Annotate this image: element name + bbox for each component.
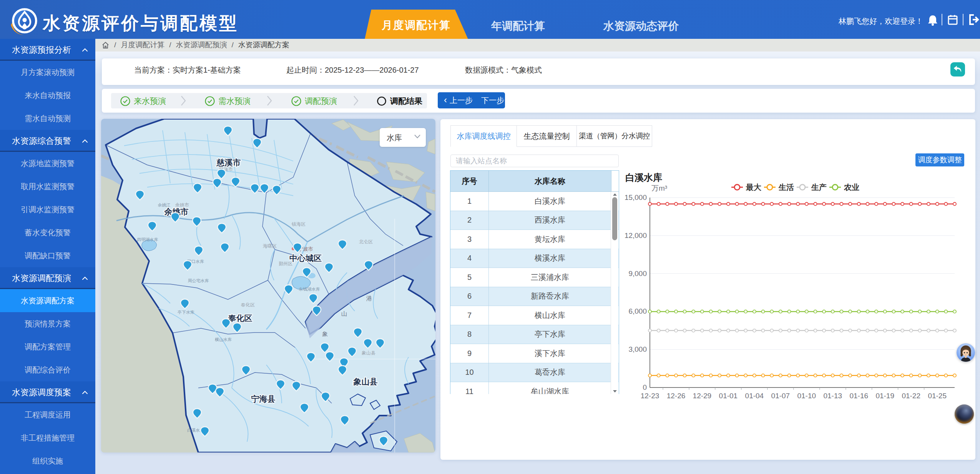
svg-text:01-04: 01-04: [745, 392, 764, 400]
svg-text:中心城区: 中心城区: [289, 254, 322, 263]
svg-text:象: 象: [322, 331, 328, 337]
svg-text:港: 港: [366, 295, 372, 301]
svg-text:01-01: 01-01: [719, 392, 738, 400]
svg-text:横山水库: 横山水库: [215, 337, 232, 342]
svg-text:山: 山: [341, 310, 347, 317]
svg-text:9,000: 9,000: [628, 269, 647, 278]
svg-text:余姚市: 余姚市: [175, 202, 189, 208]
svg-text:01-16: 01-16: [849, 392, 868, 400]
svg-text:奉化区: 奉化区: [241, 302, 255, 308]
svg-text:生产: 生产: [811, 183, 827, 191]
svg-text:象山县: 象山县: [362, 350, 375, 356]
svg-text:四明湖水库: 四明湖水库: [137, 237, 158, 242]
svg-text:镇海区: 镇海区: [291, 221, 306, 227]
svg-text:海曙区: 海曙区: [263, 243, 277, 249]
svg-text:12-23: 12-23: [641, 392, 659, 400]
svg-text:01-19: 01-19: [875, 392, 894, 400]
svg-text:余姚江: 余姚江: [158, 203, 171, 207]
svg-text:15,000: 15,000: [625, 193, 647, 201]
svg-text:01-07: 01-07: [771, 392, 790, 400]
svg-text:6,000: 6,000: [628, 307, 647, 315]
svg-text:宁海县: 宁海县: [251, 394, 276, 403]
svg-text:3,000: 3,000: [628, 345, 647, 353]
svg-text:北仑区: 北仑区: [359, 239, 373, 244]
svg-text:01-13: 01-13: [823, 392, 842, 400]
svg-text:奉化区: 奉化区: [228, 314, 252, 323]
svg-text:亭下水库: 亭下水库: [178, 310, 194, 314]
svg-text:12-29: 12-29: [693, 392, 712, 400]
svg-text:农业: 农业: [844, 183, 859, 191]
svg-text:01-10: 01-10: [797, 392, 816, 400]
svg-text:万m³: 万m³: [651, 184, 667, 192]
svg-text:周公宅水库: 周公宅水库: [188, 278, 209, 283]
svg-text:12-26: 12-26: [667, 392, 686, 400]
svg-text:0: 0: [643, 383, 647, 391]
svg-text:东钱湖水库: 东钱湖水库: [299, 287, 320, 291]
svg-text:01-25: 01-25: [928, 392, 947, 400]
svg-text:生活: 生活: [778, 183, 794, 191]
svg-text:象山县: 象山县: [353, 377, 378, 386]
svg-text:最大: 最大: [746, 183, 762, 191]
svg-text:12,000: 12,000: [625, 231, 647, 239]
svg-text:白溪水库: 白溪水库: [625, 172, 662, 183]
svg-text:01-22: 01-22: [902, 392, 920, 400]
svg-text:慈溪市: 慈溪市: [216, 158, 241, 167]
